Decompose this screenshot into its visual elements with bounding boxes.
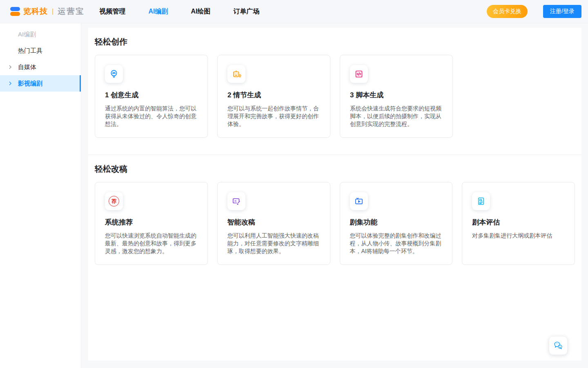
nav-item-ai-screenwriting[interactable]: AI编剧: [148, 7, 168, 16]
sidebar-item-we-media[interactable]: 自媒体: [0, 59, 81, 75]
bulb-icon: [105, 65, 123, 83]
wechat-icon: [552, 340, 564, 351]
main-content: 轻松创作 1 创意生成 通过系统的内置的智能算法，您可以获得从未体验过的、令人惊…: [88, 28, 581, 361]
sidebar-item-film-tv-screenwriting[interactable]: 影视编剧: [0, 75, 81, 92]
main-nav: 视频管理 AI编剧 AI绘图 订单广场: [99, 7, 282, 16]
card-title: 2 情节生成: [227, 90, 320, 100]
section-title: 轻松创作: [95, 36, 575, 47]
card-title: 系统推荐: [105, 218, 198, 227]
top-navbar: 览科技 | 运营宝 视频管理 AI编剧 AI绘图 订单广场 会员卡兑换 注册/登…: [0, 0, 588, 23]
card-description: 通过系统的内置的智能算法，您可以获得从未体验过的、令人惊奇的创意想法。: [105, 105, 198, 128]
tv-play-icon: [350, 192, 368, 210]
sidebar-item-label: 热门工具: [18, 47, 42, 55]
brand-name-primary: 览科技: [23, 6, 48, 17]
recommend-seal-icon: 荐: [105, 192, 123, 210]
robot-icon: [227, 65, 245, 83]
edit-doc-icon: [227, 192, 245, 210]
card-series-feature[interactable]: 剧集功能 您可以体验完整的剧集创作和改编过程，从人物小传、故事梗概到分集剧本，A…: [340, 182, 453, 265]
brand-logo[interactable]: 览科技 | 运营宝: [10, 6, 85, 17]
card-description: 您可以利用人工智能强大快速的改稿能力，对任意需要修改的文字精雕细琢，取得想要的效…: [227, 232, 320, 255]
card-smart-revision[interactable]: 智能改稿 您可以利用人工智能强大快速的改稿能力，对任意需要修改的文字精雕细琢，取…: [217, 182, 330, 265]
navbar-actions: 会员卡兑换 注册/登录: [487, 5, 581, 18]
brand-divider: |: [52, 7, 53, 16]
card-title: 3 脚本生成: [350, 90, 443, 100]
card-description: 您可以快速浏览系统自动智能生成的最新、最热的创意和故事，得到更多灵感，激发您的想…: [105, 232, 198, 255]
card-title: 1 创意生成: [105, 90, 198, 100]
sidebar-group-ai-screenwriting: AI编剧: [0, 26, 81, 43]
card-system-recommendation[interactable]: 荐 系统推荐 您可以快速浏览系统自动智能生成的最新、最热的创意和故事，得到更多灵…: [95, 182, 208, 265]
card-script-evaluation[interactable]: 剧本评估 对多集剧集进行大纲或剧本评估: [462, 182, 575, 265]
card-plot-generation[interactable]: 2 情节生成 您可以与系统一起创作故事情节，合理展开和完善故事，获得更好的创作体…: [217, 55, 330, 138]
nav-item-ai-drawing[interactable]: AI绘图: [191, 7, 210, 16]
logo-icon: [10, 7, 20, 16]
register-login-button[interactable]: 注册/登录: [543, 5, 581, 18]
section-easy-creation: 轻松创作 1 创意生成 通过系统的内置的智能算法，您可以获得从未体验过的、令人惊…: [88, 28, 581, 138]
sidebar-item-hot-tools[interactable]: 热门工具: [0, 43, 81, 59]
sidebar-group-label: AI编剧: [18, 31, 36, 38]
card-row: 1 创意生成 通过系统的内置的智能算法，您可以获得从未体验过的、令人惊奇的创意想…: [95, 55, 575, 138]
card-description: 系统会快速生成符合您要求的短视频脚本，以便后续的拍摄制作，实现从创意到实现的完整…: [350, 105, 443, 128]
chevron-right-icon: [8, 65, 13, 70]
seal-glyph: 荐: [109, 196, 119, 206]
chevron-right-icon: [8, 81, 13, 86]
card-row: 荐 系统推荐 您可以快速浏览系统自动智能生成的最新、最热的创意和故事，得到更多灵…: [95, 182, 575, 265]
card-description: 您可以体验完整的剧集创作和改编过程，从人物小传、故事梗概到分集剧本，AI将辅助每…: [350, 232, 443, 255]
member-card-redeem-button[interactable]: 会员卡兑换: [487, 5, 528, 18]
section-title: 轻松改稿: [95, 164, 575, 175]
section-easy-revision: 轻松改稿 荐 系统推荐 您可以快速浏览系统自动智能生成的最新、最热的创意和故事，…: [88, 155, 581, 265]
sidebar-item-label: 影视编剧: [18, 80, 42, 88]
card-title: 剧本评估: [472, 218, 565, 227]
card-description: 对多集剧集进行大纲或剧本评估: [472, 232, 565, 240]
nav-item-order-market[interactable]: 订单广场: [233, 7, 259, 16]
card-title: 剧集功能: [350, 218, 443, 227]
wechat-contact-button[interactable]: [549, 336, 568, 355]
card-script-generation[interactable]: 3 脚本生成 系统会快速生成符合您要求的短视频脚本，以便后续的拍摄制作，实现从创…: [340, 55, 453, 138]
code-icon: [350, 65, 368, 83]
sidebar: AI编剧 热门工具 自媒体 影视编剧: [0, 23, 81, 368]
card-idea-generation[interactable]: 1 创意生成 通过系统的内置的智能算法，您可以获得从未体验过的、令人惊奇的创意想…: [95, 55, 208, 138]
card-title: 智能改稿: [227, 218, 320, 227]
brand-name-secondary: 运营宝: [58, 6, 85, 17]
nav-item-video-management[interactable]: 视频管理: [99, 7, 125, 16]
card-description: 您可以与系统一起创作故事情节，合理展开和完善故事，获得更好的创作体验。: [227, 105, 320, 128]
doc-search-icon: [472, 192, 490, 210]
sidebar-item-label: 自媒体: [18, 63, 36, 71]
